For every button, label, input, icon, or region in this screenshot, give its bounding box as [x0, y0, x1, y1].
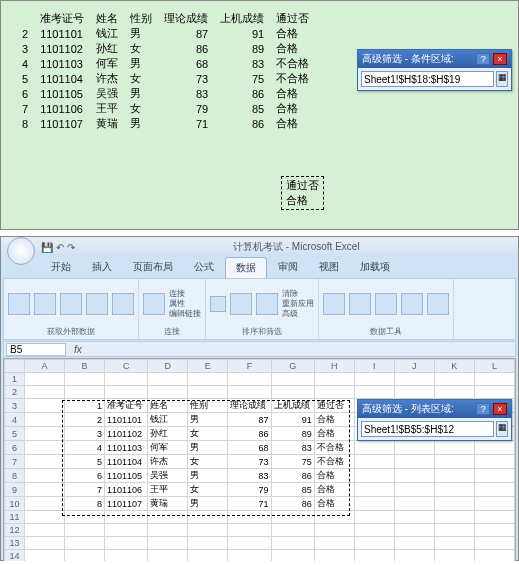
cell[interactable] — [228, 373, 271, 386]
cell[interactable]: 71 — [228, 497, 271, 511]
cell[interactable] — [65, 550, 105, 562]
cell[interactable]: 87 — [228, 413, 271, 427]
cell[interactable]: 8 — [5, 469, 25, 483]
cell[interactable]: 王平 — [148, 483, 188, 497]
cell[interactable] — [394, 511, 434, 524]
tab-开始[interactable]: 开始 — [41, 257, 81, 278]
cell[interactable] — [394, 524, 434, 537]
filter-icon[interactable] — [256, 293, 278, 315]
cell[interactable] — [271, 386, 314, 399]
cell[interactable]: 4 — [5, 413, 25, 427]
cell[interactable] — [25, 399, 65, 413]
sheet-row[interactable]: 751101104许杰女7375不合格 — [5, 455, 515, 469]
advanced-filter-dialog-bottom[interactable]: 高级筛选 - 列表区域: ? × ▦ — [357, 399, 512, 441]
cell[interactable]: 合格 — [314, 469, 354, 483]
cell[interactable] — [188, 537, 228, 550]
cell[interactable] — [25, 483, 65, 497]
fx-icon[interactable]: fx — [74, 344, 82, 355]
tab-页面布局[interactable]: 页面布局 — [123, 257, 183, 278]
cell[interactable] — [314, 386, 354, 399]
cell[interactable] — [105, 386, 148, 399]
cell[interactable]: 85 — [271, 483, 314, 497]
remove-duplicates-icon[interactable] — [349, 293, 371, 315]
cell[interactable] — [228, 524, 271, 537]
cell[interactable] — [105, 524, 148, 537]
cell[interactable]: 1101107 — [105, 497, 148, 511]
cell[interactable]: 男 — [188, 413, 228, 427]
cell[interactable]: 1101106 — [105, 483, 148, 497]
cell[interactable] — [474, 497, 514, 511]
sheet-row[interactable]: 1 — [5, 373, 515, 386]
close-icon[interactable]: × — [493, 53, 507, 65]
cell[interactable] — [25, 373, 65, 386]
cell[interactable] — [474, 455, 514, 469]
cell[interactable]: 黄瑞 — [148, 497, 188, 511]
cell[interactable]: 86 — [271, 497, 314, 511]
cell[interactable]: 1101102 — [105, 427, 148, 441]
range-input[interactable] — [361, 71, 494, 87]
cell[interactable]: 不合格 — [314, 441, 354, 455]
save-icon[interactable]: 💾 — [41, 242, 53, 253]
cell[interactable] — [394, 497, 434, 511]
cell[interactable] — [434, 511, 474, 524]
cell[interactable] — [228, 511, 271, 524]
cell[interactable]: 6 — [5, 441, 25, 455]
cell[interactable]: 合格 — [314, 483, 354, 497]
cell[interactable]: 合格 — [314, 497, 354, 511]
col-header[interactable] — [5, 360, 25, 373]
cell[interactable] — [105, 373, 148, 386]
cell[interactable]: 91 — [271, 413, 314, 427]
cell[interactable] — [25, 497, 65, 511]
cell[interactable] — [434, 373, 474, 386]
cell[interactable] — [474, 511, 514, 524]
cell[interactable] — [271, 524, 314, 537]
help-icon[interactable]: ? — [476, 53, 490, 65]
cell[interactable] — [434, 550, 474, 562]
quick-access-toolbar[interactable]: 💾 ↶ ↷ — [41, 242, 75, 253]
cell[interactable] — [271, 550, 314, 562]
cell[interactable] — [25, 524, 65, 537]
cell[interactable] — [394, 386, 434, 399]
cell[interactable] — [65, 386, 105, 399]
col-header[interactable]: C — [105, 360, 148, 373]
range-picker-icon[interactable]: ▦ — [496, 421, 508, 437]
cell[interactable]: 11 — [5, 511, 25, 524]
from-other-icon[interactable] — [86, 293, 108, 315]
advanced-filter-dialog-top[interactable]: 高级筛选 - 条件区域: ? × ▦ — [357, 49, 512, 91]
cell[interactable] — [394, 373, 434, 386]
cell[interactable]: 准考证号 — [105, 399, 148, 413]
sheet-row[interactable]: 13 — [5, 537, 515, 550]
cell[interactable] — [228, 550, 271, 562]
connections-btn[interactable]: 连接 — [169, 289, 201, 299]
worksheet-grid[interactable]: ABCDEFGHIJKL1231准考证号姓名性别理论成绩上机成绩通过否42110… — [3, 358, 516, 561]
cell[interactable] — [25, 469, 65, 483]
cell[interactable]: 9 — [5, 483, 25, 497]
col-header[interactable]: E — [188, 360, 228, 373]
dialog-titlebar[interactable]: 高级筛选 - 条件区域: ? × — [358, 50, 511, 68]
cell[interactable] — [354, 386, 394, 399]
cell[interactable]: 1101101 — [105, 413, 148, 427]
cell[interactable] — [434, 441, 474, 455]
cell[interactable] — [434, 469, 474, 483]
cell[interactable]: 1101104 — [105, 455, 148, 469]
cell[interactable] — [25, 511, 65, 524]
sheet-row[interactable]: 971101106王平女7985合格 — [5, 483, 515, 497]
cell[interactable] — [434, 386, 474, 399]
cell[interactable] — [188, 386, 228, 399]
cell[interactable]: 10 — [5, 497, 25, 511]
sheet-row[interactable]: 641101103何军男6883不合格 — [5, 441, 515, 455]
cell[interactable] — [25, 441, 65, 455]
cell[interactable] — [271, 373, 314, 386]
cell[interactable] — [394, 455, 434, 469]
cell[interactable] — [474, 550, 514, 562]
cell[interactable] — [354, 455, 394, 469]
cell[interactable] — [65, 373, 105, 386]
cell[interactable]: 86 — [271, 469, 314, 483]
cell[interactable]: 3 — [5, 399, 25, 413]
from-web-icon[interactable] — [34, 293, 56, 315]
cell[interactable] — [188, 550, 228, 562]
cell[interactable] — [434, 524, 474, 537]
col-header[interactable]: H — [314, 360, 354, 373]
cell[interactable]: 上机成绩 — [271, 399, 314, 413]
cell[interactable] — [228, 537, 271, 550]
